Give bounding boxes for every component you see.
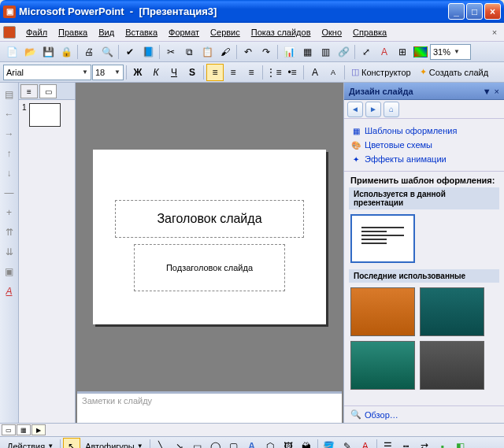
picture-icon[interactable]: 🏔: [298, 438, 315, 449]
align-right-icon[interactable]: ≡: [243, 64, 260, 81]
v-arrow-left-icon[interactable]: ←: [1, 106, 18, 123]
research-icon[interactable]: 📘: [139, 43, 157, 61]
v-arrow-right-icon[interactable]: →: [1, 125, 18, 143]
menu-edit[interactable]: Правка: [53, 25, 93, 39]
notes-input[interactable]: Заметки к слайду: [77, 391, 342, 423]
mdi-close-button[interactable]: ×: [488, 26, 501, 39]
textbox-icon[interactable]: ▢: [225, 438, 243, 449]
subtitle-placeholder[interactable]: Подзаголовок слайда: [134, 244, 285, 291]
v-expand-all-icon[interactable]: ⇊: [1, 243, 18, 261]
undo-icon[interactable]: ↶: [239, 43, 257, 61]
line-style-icon[interactable]: ☰: [380, 438, 397, 449]
save-icon[interactable]: 💾: [39, 43, 57, 61]
browse-link[interactable]: 🔍 Обзор…: [344, 405, 504, 423]
arrow-icon[interactable]: ↘: [171, 438, 188, 449]
new-doc-icon[interactable]: 📄: [3, 43, 20, 61]
hyperlink-icon[interactable]: 🔗: [335, 43, 352, 61]
arrow-style-icon[interactable]: ⇄: [416, 438, 433, 449]
print-icon[interactable]: 🖨: [80, 43, 98, 61]
v-collapse-icon[interactable]: —: [1, 184, 18, 202]
menu-tools[interactable]: Сервис: [205, 25, 246, 39]
3d-style-icon[interactable]: ◧: [452, 438, 469, 449]
minimize-button[interactable]: _: [448, 3, 465, 20]
nav-forward-icon[interactable]: ►: [365, 102, 381, 117]
template-thumb-4[interactable]: [420, 341, 484, 390]
v-summary-icon[interactable]: ▣: [1, 263, 18, 280]
grid-icon[interactable]: ⊞: [394, 43, 411, 61]
permission-icon[interactable]: 🔒: [57, 43, 75, 61]
title-placeholder[interactable]: Заголовок слайда: [115, 200, 304, 238]
fill-color-icon[interactable]: 🪣: [321, 438, 338, 449]
actions-menu[interactable]: Действия▼: [3, 438, 57, 449]
link-templates[interactable]: ▦Шаблоны оформления: [350, 124, 498, 138]
v-format-icon[interactable]: A: [1, 283, 18, 300]
link-animation[interactable]: ✦Эффекты анимации: [350, 152, 498, 166]
italic-icon[interactable]: К: [147, 64, 165, 81]
zoom-combo[interactable]: 31%▼: [430, 44, 471, 60]
show-format-icon[interactable]: A: [376, 43, 393, 61]
line-icon[interactable]: ╲: [153, 438, 170, 449]
copy-icon[interactable]: ⧉: [180, 43, 198, 61]
slide-thumbnail-1[interactable]: 1: [22, 103, 72, 127]
align-left-icon[interactable]: ≡: [206, 64, 224, 81]
v-arrow-up-icon[interactable]: ↑: [1, 145, 18, 162]
chart-icon[interactable]: 📊: [280, 43, 298, 61]
link-color-schemes[interactable]: 🎨Цветовые схемы: [350, 138, 498, 152]
close-button[interactable]: ×: [484, 3, 501, 20]
nav-back-icon[interactable]: ◄: [347, 102, 363, 117]
new-slide-button[interactable]: ✦Создать слайд: [416, 64, 492, 81]
outline-tab[interactable]: ≡: [20, 84, 38, 98]
spelling-icon[interactable]: ✔: [121, 43, 139, 61]
template-thumb-2[interactable]: [420, 287, 484, 336]
clipart-icon[interactable]: 🖼: [280, 438, 297, 449]
tables-borders-icon[interactable]: ▥: [317, 43, 334, 61]
line-color-icon[interactable]: ✎: [339, 438, 356, 449]
font-combo[interactable]: Arial▼: [3, 65, 91, 80]
numbering-icon[interactable]: ⋮≡: [265, 64, 283, 81]
underline-icon[interactable]: Ч: [165, 64, 183, 81]
v-outline-icon[interactable]: ▤: [1, 86, 18, 103]
paste-icon[interactable]: 📋: [198, 43, 216, 61]
v-arrow-down-icon[interactable]: ↓: [1, 165, 18, 182]
menu-view[interactable]: Вид: [93, 25, 120, 39]
sorter-view-icon[interactable]: ▦: [17, 424, 31, 435]
increase-font-icon[interactable]: A: [306, 64, 324, 81]
taskpane-dropdown-icon[interactable]: ▼: [483, 87, 491, 96]
shadow-icon[interactable]: S: [183, 64, 201, 81]
select-icon[interactable]: ↖: [63, 438, 80, 449]
template-thumb-3[interactable]: [350, 341, 415, 390]
designer-button[interactable]: ◫Конструктор: [347, 64, 415, 81]
menu-window[interactable]: Окно: [317, 25, 348, 39]
template-thumb-current[interactable]: [350, 214, 415, 263]
template-thumb-1[interactable]: [350, 287, 415, 336]
v-collapse-all-icon[interactable]: ⇈: [1, 224, 18, 241]
table-icon[interactable]: ▦: [298, 43, 316, 61]
cut-icon[interactable]: ✂: [162, 43, 180, 61]
open-icon[interactable]: 📂: [21, 43, 39, 61]
slides-tab[interactable]: ▭: [39, 84, 57, 98]
decrease-font-icon[interactable]: A: [324, 64, 342, 81]
slide-canvas[interactable]: Заголовок слайда Подзаголовок слайда: [93, 150, 326, 324]
align-center-icon[interactable]: ≡: [224, 64, 242, 81]
taskpane-close-icon[interactable]: ×: [495, 87, 499, 96]
rectangle-icon[interactable]: ▭: [189, 438, 206, 449]
maximize-button[interactable]: □: [466, 3, 483, 20]
normal-view-icon[interactable]: ▭: [2, 424, 16, 435]
bold-icon[interactable]: Ж: [129, 64, 146, 81]
print-preview-icon[interactable]: 🔍: [98, 43, 116, 61]
menu-help[interactable]: Справка: [347, 25, 392, 39]
font-size-combo[interactable]: 18▼: [92, 65, 124, 80]
wordart-icon[interactable]: A: [243, 438, 261, 449]
menu-insert[interactable]: Вставка: [120, 25, 163, 39]
redo-icon[interactable]: ↷: [258, 43, 275, 61]
menu-file[interactable]: Файл: [20, 25, 53, 39]
bullets-icon[interactable]: •≡: [284, 64, 301, 81]
autoshapes-menu[interactable]: Автофигуры▼: [81, 438, 147, 449]
nav-home-icon[interactable]: ⌂: [384, 102, 399, 117]
expand-icon[interactable]: ⤢: [358, 43, 375, 61]
v-expand-icon[interactable]: +: [1, 204, 18, 221]
shadow-style-icon[interactable]: ▪: [434, 438, 451, 449]
diagram-icon[interactable]: ⬡: [261, 438, 279, 449]
font-color-icon[interactable]: A: [357, 438, 374, 449]
dash-style-icon[interactable]: ┅: [398, 438, 415, 449]
